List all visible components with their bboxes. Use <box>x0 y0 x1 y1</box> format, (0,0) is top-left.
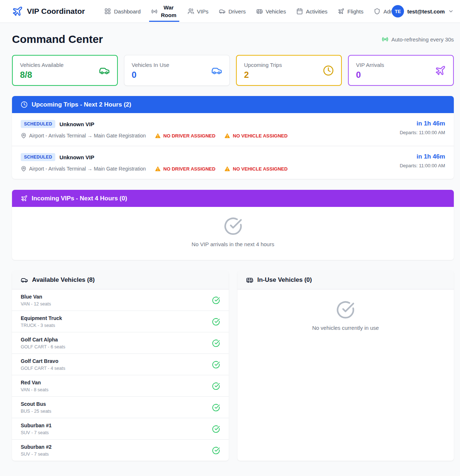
brand[interactable]: VIP Coordinator <box>12 6 85 17</box>
top-navbar: VIP Coordinator Dashboard War Room VIPs … <box>0 0 460 23</box>
vehicle-details: BUS - 25 seats <box>21 409 51 414</box>
stat-card-upcoming-trips: Upcoming Trips 2 <box>236 55 342 86</box>
nav-item-drivers[interactable]: Drivers <box>219 8 246 15</box>
car-icon <box>211 65 222 76</box>
vehicle-row: Scout Bus BUS - 25 seats <box>12 396 229 418</box>
vehicle-details: VAN - 12 seats <box>21 301 51 307</box>
vehicle-details: GOLF CART - 4 seats <box>21 366 65 371</box>
nav-label: Flights <box>347 8 363 15</box>
no-vehicle-warning: NO VEHICLE ASSIGNED <box>224 133 287 139</box>
nav-item-war-room[interactable]: War Room <box>151 4 177 19</box>
no-driver-warning: NO DRIVER ASSIGNED <box>155 166 215 172</box>
nav-item-vehicles[interactable]: Vehicles <box>256 8 286 15</box>
empty-text: No VIP arrivals in the next 4 hours <box>192 241 274 247</box>
map-pin-icon <box>21 133 27 139</box>
check-circle-icon <box>212 447 220 455</box>
trip-main: SCHEDULED Unknown VIP Airport - Arrivals… <box>21 120 288 139</box>
vehicle-row: Equipment Truck TRUCK - 3 seats <box>12 311 229 332</box>
warning-triangle-icon <box>155 133 161 139</box>
user-menu[interactable]: TE test@test.com <box>392 5 454 17</box>
warning-text: NO VEHICLE ASSIGNED <box>233 133 287 139</box>
vehicle-name: Suburban #1 <box>21 423 52 428</box>
stat-card-vehicles-in-use: Vehicles In Use 0 <box>124 55 230 86</box>
nav-label: War Room <box>160 4 177 19</box>
avatar[interactable]: TE <box>392 5 404 17</box>
warning-triangle-icon <box>224 166 230 172</box>
warning-text: NO DRIVER ASSIGNED <box>163 166 215 172</box>
trip-route-text: Airport - Arrivals Terminal → Main Gate … <box>29 166 146 172</box>
vehicle-name: Suburban #2 <box>21 444 52 450</box>
status-badge: SCHEDULED <box>21 153 55 161</box>
warning-text: NO VEHICLE ASSIGNED <box>233 166 287 172</box>
available-vehicles-list: Blue Van VAN - 12 seats Equipment Truck … <box>12 289 229 461</box>
nav-item-vips[interactable]: VIPs <box>188 8 209 15</box>
vehicle-name: Equipment Truck <box>21 315 62 321</box>
vehicle-row: Blue Van VAN - 12 seats <box>12 289 229 311</box>
section-title: Incoming VIPs - Next 4 Hours (0) <box>32 195 127 202</box>
stat-label: VIP Arrivals <box>356 62 384 68</box>
trip-departs: Departs: 11:00:00 AM <box>400 163 445 168</box>
nav-item-activities[interactable]: Activities <box>296 8 327 15</box>
brand-name: VIP Coordinator <box>27 7 85 16</box>
car-icon <box>99 65 110 76</box>
stat-value: 0 <box>132 71 169 79</box>
shield-icon <box>374 8 380 15</box>
stat-card-vehicles-available: Vehicles Available 8/8 <box>12 55 118 86</box>
nav-label: Vehicles <box>266 8 286 15</box>
check-circle-icon <box>212 296 220 304</box>
nav-item-flights[interactable]: Flights <box>338 8 363 15</box>
check-circle-icon <box>224 217 243 236</box>
chevron-down-icon[interactable] <box>448 8 454 14</box>
car-icon <box>219 8 225 15</box>
stats-row: Vehicles Available 8/8 Vehicles In Use 0… <box>12 55 454 86</box>
signal-icon <box>382 36 388 43</box>
trip-route: Airport - Arrivals Terminal → Main Gate … <box>21 133 146 139</box>
vehicle-details: SUV - 7 seats <box>21 452 52 457</box>
trip-vip-name: Unknown VIP <box>59 154 94 160</box>
vehicle-name: Red Van <box>21 380 48 385</box>
nav-label: Drivers <box>228 8 246 15</box>
warning-triangle-icon <box>224 133 230 139</box>
page-title: Command Center <box>12 33 103 45</box>
check-circle-icon <box>212 404 220 412</box>
nav-item-dashboard[interactable]: Dashboard <box>104 8 140 15</box>
section-title: Upcoming Trips - Next 2 Hours (2) <box>32 101 131 108</box>
vehicles-panels: Available Vehicles (8) Blue Van VAN - 12… <box>12 271 454 461</box>
vehicle-info: Golf Cart Alpha GOLF CART - 6 seats <box>21 337 65 349</box>
page-head: Command Center Auto-refreshing every 30s <box>12 33 454 45</box>
vehicle-details: TRUCK - 3 seats <box>21 323 62 328</box>
upcoming-trips-section: Upcoming Trips - Next 2 Hours (2) SCHEDU… <box>12 96 454 179</box>
incoming-vips-section: Incoming VIPs - Next 4 Hours (0) No VIP … <box>12 190 454 260</box>
map-pin-icon <box>21 166 27 172</box>
plane-icon <box>21 195 28 202</box>
trip-vip-name: Unknown VIP <box>59 121 94 127</box>
vehicle-info: Suburban #1 SUV - 7 seats <box>21 423 52 435</box>
check-circle-icon <box>336 300 355 319</box>
bus-icon <box>256 8 263 15</box>
stat-label: Vehicles In Use <box>132 62 169 68</box>
available-vehicles-header: Available Vehicles (8) <box>12 271 229 289</box>
trip-timing: in 1h 46m Departs: 11:00:00 AM <box>400 120 445 135</box>
dashboard-grid-icon <box>104 8 111 15</box>
clock-icon <box>21 101 28 108</box>
trip-main: SCHEDULED Unknown VIP Airport - Arrivals… <box>21 153 288 172</box>
check-circle-icon <box>212 425 220 433</box>
panel-title: In-Use Vehicles (0) <box>257 276 312 284</box>
in-use-empty-state: No vehicles currently in use <box>237 289 454 344</box>
clock-icon <box>323 65 334 76</box>
trip-countdown: in 1h 46m <box>400 120 445 127</box>
vehicle-name: Scout Bus <box>21 401 51 407</box>
in-use-vehicles-panel: In-Use Vehicles (0) No vehicles currentl… <box>237 271 454 461</box>
plane-logo-icon <box>12 6 23 17</box>
nav-label: Activities <box>306 8 327 15</box>
trip-row: SCHEDULED Unknown VIP Airport - Arrivals… <box>12 146 454 179</box>
incoming-vips-header: Incoming VIPs - Next 4 Hours (0) <box>12 190 454 207</box>
user-email: test@test.com <box>407 8 445 15</box>
stat-value: 0 <box>356 71 384 79</box>
trip-route-text: Airport - Arrivals Terminal → Main Gate … <box>29 133 146 139</box>
auto-refresh-indicator: Auto-refreshing every 30s <box>382 36 454 43</box>
calendar-icon <box>296 8 303 15</box>
stat-value: 8/8 <box>20 71 64 79</box>
no-vehicle-warning: NO VEHICLE ASSIGNED <box>224 166 287 172</box>
command-center-page: Command Center Auto-refreshing every 30s… <box>0 33 460 469</box>
